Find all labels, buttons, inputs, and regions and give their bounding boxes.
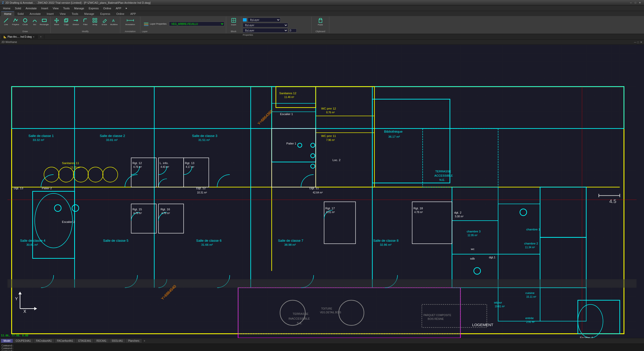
svg-text:4.76 m²: 4.76 m² — [133, 166, 142, 168]
lineweight-dropdown[interactable]: ByLayer — [243, 28, 288, 33]
menu-item-▸[interactable]: ▸ — [124, 6, 129, 10]
svg-text:4.17 m²: 4.17 m² — [186, 166, 194, 168]
doc-tab-close[interactable]: ✕ — [33, 36, 35, 38]
svg-text:X: X — [23, 309, 26, 314]
minimize-button[interactable]: ─ — [629, 1, 633, 5]
svg-text:8.01 m²: 8.01 m² — [326, 211, 335, 214]
ribbon-tab-app[interactable]: APP — [127, 12, 139, 16]
ribbon-tab-online[interactable]: Online — [113, 12, 127, 16]
ribbon-tab-solid[interactable]: Solid — [14, 12, 26, 16]
svg-rect-16 — [144, 24, 148, 25]
move-button[interactable]: Move — [52, 17, 61, 26]
arc-button[interactable]: Arc — [30, 17, 39, 26]
close-button[interactable]: ✕ — [638, 1, 642, 5]
erase-button[interactable]: Erase — [100, 17, 109, 26]
transparency-input[interactable] — [289, 29, 297, 32]
ribbon-tab-home[interactable]: Home — [1, 11, 14, 16]
menu-item-tools[interactable]: Tools — [61, 6, 72, 10]
bottom-tab-etage4a1[interactable]: ETAGE4A1 — [76, 339, 94, 343]
layer-properties-button[interactable]: Layer Properties — [142, 19, 168, 28]
menu-item-online[interactable]: Online — [101, 6, 113, 10]
bottom-tab-facse4so4a1[interactable]: FACse4so4A1 — [55, 339, 76, 343]
menu-item-app[interactable]: APP — [114, 6, 123, 10]
svg-line-10 — [105, 19, 106, 20]
polyline-button[interactable]: Polyline — [11, 17, 20, 26]
array-button[interactable]: Array — [90, 17, 99, 26]
doc-tab-add[interactable]: + — [37, 35, 44, 39]
svg-text:38.98 m²: 38.98 m² — [284, 243, 296, 246]
ribbon-tabs: HomeSolidAnnotateInsertViewToolsManageEx… — [0, 11, 644, 16]
viewport-maximize[interactable]: □ — [637, 40, 639, 44]
menu-item-view[interactable]: View — [51, 6, 61, 10]
menu-item-home[interactable]: Home — [1, 6, 12, 10]
bottom-tab-rdc4a1[interactable]: RDC4A1 — [94, 339, 109, 343]
svg-text:ACCESSIBLE: ACCESSIBLE — [434, 174, 453, 177]
ribbon-tab-manage[interactable]: Manage — [81, 12, 97, 16]
coord-value: 53.06, 77.98, 0.00 — [1, 334, 28, 337]
svg-text:N.E.: N.E. — [439, 178, 445, 181]
app-logo: Z — [2, 1, 4, 5]
rectangle-button[interactable]: Rectangle — [40, 17, 49, 26]
menu-item-insert[interactable]: Insert — [39, 6, 50, 10]
properties-group-label: Properties — [243, 34, 253, 36]
paste-button[interactable]: Paste — [316, 17, 325, 26]
current-layer-dropdown[interactable]: VEG_ARBRE-FEUILLU — [169, 22, 224, 26]
ribbon-tab-annotate[interactable]: Annotate — [27, 12, 44, 16]
dimension-button[interactable]: Annotation — [123, 17, 138, 26]
title-bar: Z 2D Drafting & Annotati... - ZWCAD 2022… — [0, 0, 644, 6]
bottom-tab-facroâso4a1[interactable]: FACroâso4A1 — [33, 339, 54, 343]
fillet-button[interactable]: Fillet — [81, 17, 90, 26]
bottom-tab-coupes4a1[interactable]: COUPES4A1 — [13, 339, 33, 343]
maximize-button[interactable]: □ — [633, 1, 637, 5]
svg-text:Y: Y — [15, 296, 18, 301]
svg-text:2.91 m²: 2.91 m² — [526, 321, 535, 323]
add-tab-button[interactable]: + — [142, 339, 147, 343]
insert-block-button[interactable]: Insert — [229, 17, 238, 26]
draw-group: Line Polyline Circle Arc Rectangle — [0, 17, 51, 33]
svg-text:30.81 m²: 30.81 m² — [26, 243, 38, 246]
ribbon-tab-view[interactable]: View — [57, 12, 69, 16]
svg-text:Salle de classe 6: Salle de classe 6 — [196, 239, 222, 242]
svg-text:Rgt. 16: Rgt. 16 — [160, 208, 170, 211]
line-button[interactable]: Line — [2, 17, 11, 26]
modify-group-label: Modify — [82, 30, 89, 33]
svg-text:11.46 m²: 11.46 m² — [284, 96, 294, 98]
svg-text:dgt. 2: dgt. 2 — [454, 211, 461, 214]
copy-button[interactable]: Copy — [62, 17, 71, 26]
ribbon-tab-express[interactable]: Express — [97, 12, 113, 16]
doc-tab-main[interactable]: 📐 Plan Arc.... Ind D.dwg ✕ — [1, 35, 37, 39]
svg-text:7.96 m²: 7.96 m² — [326, 139, 335, 141]
menu-bar: HomeSolidAnnotateInsertViewToolsManageEx… — [0, 6, 644, 11]
menu-item-express[interactable]: Express — [87, 6, 101, 10]
menu-item-manage[interactable]: Manage — [72, 6, 86, 10]
svg-text:Rgt. 12: Rgt. 12 — [132, 161, 142, 165]
bottom-tab-model[interactable]: Model — [1, 339, 13, 343]
svg-text:Sanitaires 12: Sanitaires 12 — [279, 91, 296, 95]
menu-item-solid[interactable]: Solid — [13, 6, 23, 10]
ribbon-tab-tools[interactable]: Tools — [69, 12, 81, 16]
color-row: ByLayer — [243, 18, 297, 22]
svg-text:5.08 m²: 5.08 m² — [455, 215, 464, 218]
svg-text:A: A — [112, 19, 115, 23]
viewport-minimize[interactable]: ─ — [634, 40, 636, 44]
svg-text:4.78 m²: 4.78 m² — [414, 211, 423, 214]
multiline-text-button[interactable]: A Multiline — [109, 17, 118, 26]
svg-text:15.11 m²: 15.11 m² — [526, 295, 536, 298]
bottom-tab-ssol4a1[interactable]: SSOL4A1 — [109, 339, 126, 343]
circle-button[interactable]: Circle — [21, 17, 30, 26]
linetype-dropdown[interactable]: ByLayer — [243, 23, 288, 27]
cad-canvas[interactable]: 2D Wireframe ─ □ ✕ — [0, 40, 644, 338]
draw-tools: Line Polyline Circle Arc Rectangle — [2, 17, 49, 30]
viewport-close[interactable]: ✕ — [640, 40, 642, 44]
bottom-tab-planchers[interactable]: Planchers — [126, 339, 142, 343]
ribbon-tab-insert[interactable]: Insert — [44, 12, 57, 16]
svg-text:Salle de classe 1: Salle de classe 1 — [28, 134, 54, 138]
cad-drawing: Y=6864360 Y=6864540 Salle de classe 1 33… — [0, 45, 644, 338]
svg-text:Salle de classe 3: Salle de classe 3 — [192, 134, 217, 138]
svg-text:Salle de classe 5: Salle de classe 5 — [103, 239, 129, 242]
title-text: 2D Drafting & Annotati... - ZWCAD 2022 T… — [5, 1, 150, 4]
modify-group: Move Copy Stretch Fillet Array — [51, 17, 120, 33]
color-dropdown[interactable]: ByLayer — [248, 18, 280, 22]
stretch-button[interactable]: Stretch — [71, 17, 80, 26]
menu-item-annotate[interactable]: Annotate — [24, 6, 39, 10]
